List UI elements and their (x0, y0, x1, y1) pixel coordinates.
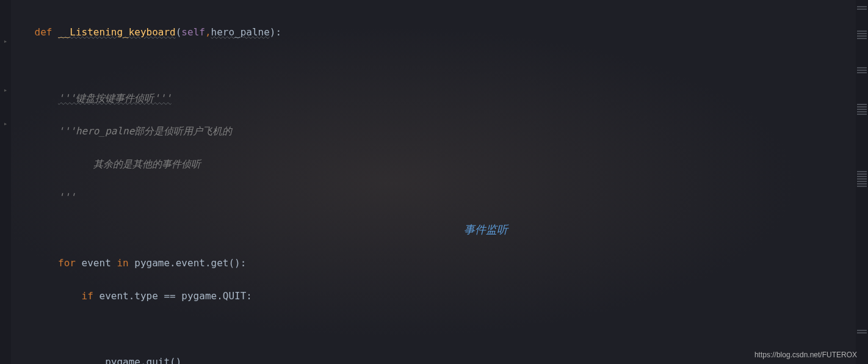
minimap-mark (857, 31, 867, 32)
minimap-mark (857, 35, 867, 37)
minimap-mark (857, 6, 867, 7)
minimap-mark (857, 109, 867, 110)
minimap-mark (857, 9, 867, 10)
code-line: def __Listening_keyboard(self,hero_palne… (11, 24, 868, 40)
parameter: hero_palne (211, 26, 270, 38)
function-name: __Listening_keyboard (58, 26, 176, 38)
minimap-mark (857, 67, 867, 68)
keyword-def: def (35, 26, 59, 38)
minimap-mark (857, 181, 867, 182)
gutter-fold-icon[interactable]: ▸ (1, 119, 10, 128)
keyword-if: if (82, 290, 93, 302)
code-line (11, 57, 868, 73)
minimap-mark (857, 111, 867, 112)
code-line: '''hero_palne部分是侦听用户飞机的 (11, 123, 868, 139)
minimap-mark (857, 104, 867, 105)
editor-gutter: ▸ ▸ ▸ (0, 0, 11, 364)
keyword-in: in (117, 257, 128, 269)
annotation-label: 事件监听 (464, 222, 508, 237)
minimap-mark (857, 186, 867, 187)
keyword-for: for (58, 257, 76, 269)
code-line: for event in pygame.event.get(): (11, 255, 868, 271)
code-line: 其余的是其他的事件侦听 (11, 156, 868, 172)
minimap-mark (857, 178, 867, 180)
minimap-mark (857, 33, 867, 34)
minimap-mark (857, 171, 867, 172)
minimap-mark (857, 332, 867, 333)
keyword-self: self (181, 26, 205, 38)
minimap-mark (857, 72, 867, 73)
code-line (11, 222, 868, 238)
docstring: ''' (58, 191, 76, 203)
docstring: 其余的是其他的事件侦听 (58, 158, 201, 170)
gutter-fold-icon[interactable]: ▸ (1, 37, 10, 45)
minimap-mark (857, 114, 867, 115)
watermark-text: https://blog.csdn.net/FUTEROX (754, 351, 857, 359)
code-line: '''键盘按键事件侦听''' (11, 90, 868, 106)
minimap-mark (857, 173, 867, 175)
minimap-mark (857, 38, 867, 39)
code-line: if event.type == pygame.QUIT: (11, 288, 868, 304)
code-line (11, 321, 868, 337)
minimap-mark (857, 106, 867, 107)
minimap-mark (857, 183, 867, 184)
code-line: pygame.quit() (11, 354, 868, 364)
code-line: ''' (11, 189, 868, 205)
code-editor[interactable]: def __Listening_keyboard(self,hero_palne… (11, 0, 868, 364)
minimap-mark (857, 330, 867, 331)
minimap-mark (857, 176, 867, 177)
docstring: '''键盘按键事件侦听''' (58, 92, 172, 104)
minimap-mark (857, 70, 867, 71)
gutter-fold-icon[interactable]: ▸ (1, 86, 10, 94)
minimap[interactable] (856, 0, 868, 364)
docstring: '''hero_palne部分是侦听用户飞机的 (58, 125, 232, 137)
